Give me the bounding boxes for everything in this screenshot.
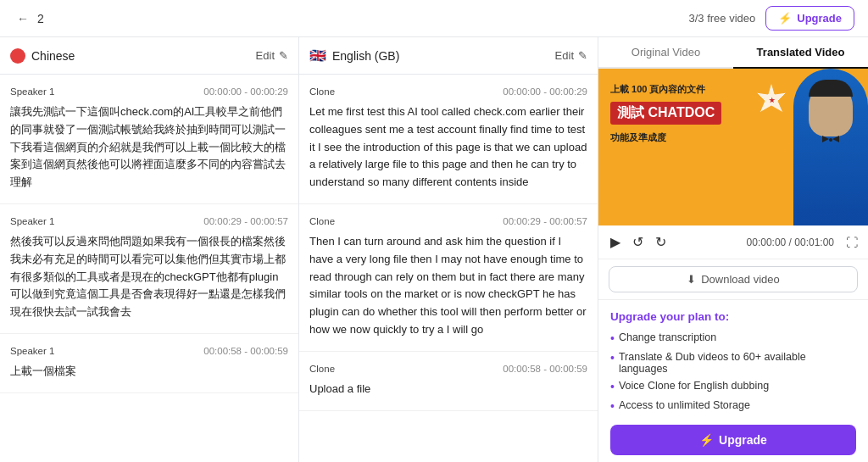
upgrade-feature-2: Translate & Dub videos to 60+ available … — [610, 351, 856, 375]
chinese-segment-2: Speaker 1 00:00:29 - 00:00:57 然後我可以反過來問他… — [0, 204, 298, 334]
upgrade-button-top[interactable]: ⚡ Upgrade — [765, 6, 854, 31]
nav-controls: ← 2 — [14, 10, 44, 27]
time-current: 00:00:00 — [747, 237, 787, 248]
svg-text:★: ★ — [769, 97, 776, 104]
upgrade-label: Upgrade — [797, 12, 842, 25]
chinese-panel-header: Chinese Edit ✎ — [0, 37, 298, 75]
english-segment-2-meta: Clone 00:00:29 - 00:00:57 — [309, 216, 587, 226]
chinese-flag — [10, 48, 25, 64]
edit-pen-icon: ✎ — [279, 49, 288, 62]
topbar-left: ← 2 — [14, 10, 44, 27]
english-time-3: 00:00:58 - 00:00:59 — [503, 364, 587, 374]
chinese-segment-1-meta: Speaker 1 00:00:00 - 00:00:29 — [10, 86, 288, 97]
play-button[interactable]: ▶ — [609, 232, 622, 252]
english-panel: 🇬🇧 English (GB) Edit ✎ Clone 00:00:00 - … — [299, 37, 598, 462]
chinese-lang-label: Chinese — [10, 48, 75, 64]
rewind-button[interactable]: ↺ — [631, 232, 645, 252]
fullscreen-button[interactable]: ⛶ — [846, 236, 858, 249]
english-text-1: Let me first test this AI tool called ch… — [309, 103, 587, 192]
upgrade-feature-1-text: Change transcription — [619, 331, 716, 343]
english-segment-1-meta: Clone 00:00:00 - 00:00:29 — [309, 86, 587, 97]
free-video-counter: 3/3 free video — [688, 12, 755, 25]
chinese-segment-3: Speaker 1 00:00:58 - 00:00:59 上載一個檔案 — [0, 334, 298, 393]
right-sidebar: Original Video Translated Video 上載 100 頁… — [598, 37, 868, 462]
chinese-edit-label: Edit — [256, 49, 275, 62]
upgrade-feature-3: Voice Clone for English dubbing — [610, 380, 856, 394]
upgrade-panel: Upgrade your plan to: Change transcripti… — [598, 300, 868, 462]
upgrade-btn-label: Upgrade — [719, 433, 767, 447]
upgrade-button-main[interactable]: ⚡ Upgrade — [610, 425, 856, 455]
chinese-segment-2-meta: Speaker 1 00:00:29 - 00:00:57 — [10, 216, 288, 226]
english-segment-2: Clone 00:00:29 - 00:00:57 Then I can tur… — [299, 204, 598, 352]
video-headline3: 功能及準成度 — [610, 131, 793, 144]
upgrade-title: Upgrade your plan to: — [610, 310, 856, 323]
chinese-text-3: 上載一個檔案 — [10, 363, 288, 381]
chinese-time-1: 00:00:00 - 00:00:29 — [203, 86, 288, 97]
chinese-text-1: 讓我先測試一下這個叫check.com的AI工具較早之前他們的同事就發了一個測試… — [10, 103, 288, 192]
english-edit-button[interactable]: Edit ✎ — [555, 49, 587, 62]
original-tab-label: Original Video — [632, 46, 700, 58]
translated-tab-label: Translated Video — [757, 46, 845, 58]
topbar-right: 3/3 free video ⚡ Upgrade — [688, 6, 854, 31]
tab-translated[interactable]: Translated Video — [733, 37, 868, 69]
bolt-icon: ⚡ — [778, 12, 792, 25]
english-segment-1: Clone 00:00:00 - 00:00:29 Let me first t… — [299, 75, 598, 204]
english-edit-label: Edit — [555, 49, 574, 62]
download-icon: ⬇ — [687, 273, 696, 286]
video-headline2: 測試 CHATDOC — [610, 102, 721, 125]
video-thumbnail-area: 上載 100 頁內容的文件 測試 CHATDOC 功能及準成度 ★ — [598, 69, 868, 225]
sidebar-tabs: Original Video Translated Video — [598, 37, 868, 69]
page-number: 2 — [37, 12, 44, 25]
starburst-decoration: ★ — [753, 81, 790, 120]
topbar: ← 2 3/3 free video ⚡ Upgrade — [0, 0, 868, 37]
person-image — [793, 69, 868, 225]
english-speaker-1: Clone — [309, 86, 335, 97]
chinese-panel: Chinese Edit ✎ Speaker 1 00:00:00 - 00:0… — [0, 37, 299, 462]
back-arrow[interactable]: ← — [14, 10, 32, 27]
time-total: 00:01:00 — [794, 237, 834, 248]
english-flag: 🇬🇧 — [309, 47, 326, 64]
upgrade-feature-1: Change transcription — [610, 331, 856, 346]
english-speaker-3: Clone — [309, 364, 335, 374]
english-segment-3-meta: Clone 00:00:58 - 00:00:59 — [309, 364, 587, 374]
transcript-panels: Chinese Edit ✎ Speaker 1 00:00:00 - 00:0… — [0, 37, 598, 462]
tab-original[interactable]: Original Video — [598, 37, 733, 69]
upgrade-feature-4-text: Access to unlimited Storage — [619, 399, 750, 411]
chinese-text-2: 然後我可以反過來問他問題如果我有一個很長的檔案然後我未必有充足的時間可以看完可以… — [10, 233, 288, 321]
download-video-button[interactable]: ⬇ Download video — [609, 266, 858, 292]
forward-button[interactable]: ↻ — [654, 232, 668, 252]
english-segment-3: Clone 00:00:58 - 00:00:59 Upload a file — [299, 352, 598, 411]
chinese-segment-1: Speaker 1 00:00:00 - 00:00:29 讓我先測試一下這個叫… — [0, 75, 298, 204]
chinese-segments: Speaker 1 00:00:00 - 00:00:29 讓我先測試一下這個叫… — [0, 75, 298, 462]
time-display: 00:00:00 / 00:01:00 — [747, 237, 834, 248]
upgrade-features-list: Change transcription Translate & Dub vid… — [610, 331, 856, 413]
download-area: ⬇ Download video — [598, 259, 868, 300]
download-label: Download video — [701, 273, 780, 286]
chinese-speaker-2: Speaker 1 — [10, 216, 54, 226]
upgrade-feature-2-text: Translate & Dub videos to 60+ available … — [619, 351, 856, 375]
english-speaker-2: Clone — [309, 216, 335, 226]
english-panel-header: 🇬🇧 English (GB) Edit ✎ — [299, 37, 598, 75]
main-area: Chinese Edit ✎ Speaker 1 00:00:00 - 00:0… — [0, 37, 868, 462]
chinese-lang-name: Chinese — [31, 49, 75, 63]
english-time-1: 00:00:00 - 00:00:29 — [503, 86, 587, 97]
chinese-speaker-3: Speaker 1 — [10, 346, 54, 356]
chinese-time-3: 00:00:58 - 00:00:59 — [203, 346, 288, 356]
english-text-3: Upload a file — [309, 381, 587, 398]
english-segments: Clone 00:00:00 - 00:00:29 Let me first t… — [299, 75, 598, 462]
video-controls: ▶ ↺ ↻ 00:00:00 / 00:01:00 ⛶ — [598, 225, 868, 259]
edit-pen-icon-2: ✎ — [578, 49, 587, 62]
chinese-edit-button[interactable]: Edit ✎ — [256, 49, 288, 62]
english-lang-name: English (GB) — [332, 49, 399, 63]
english-text-2: Then I can turn around and ask him the q… — [309, 233, 587, 339]
upgrade-feature-3-text: Voice Clone for English dubbing — [619, 380, 769, 392]
chinese-segment-3-meta: Speaker 1 00:00:58 - 00:00:59 — [10, 346, 288, 356]
chinese-speaker-1: Speaker 1 — [10, 86, 54, 97]
chinese-time-2: 00:00:29 - 00:00:57 — [203, 216, 288, 226]
upgrade-btn-bolt-icon: ⚡ — [699, 433, 714, 447]
upgrade-feature-4: Access to unlimited Storage — [610, 399, 856, 414]
english-lang-label: 🇬🇧 English (GB) — [309, 47, 399, 64]
english-time-2: 00:00:29 - 00:00:57 — [503, 216, 587, 226]
video-placeholder: 上載 100 頁內容的文件 測試 CHATDOC 功能及準成度 ★ — [598, 69, 868, 225]
